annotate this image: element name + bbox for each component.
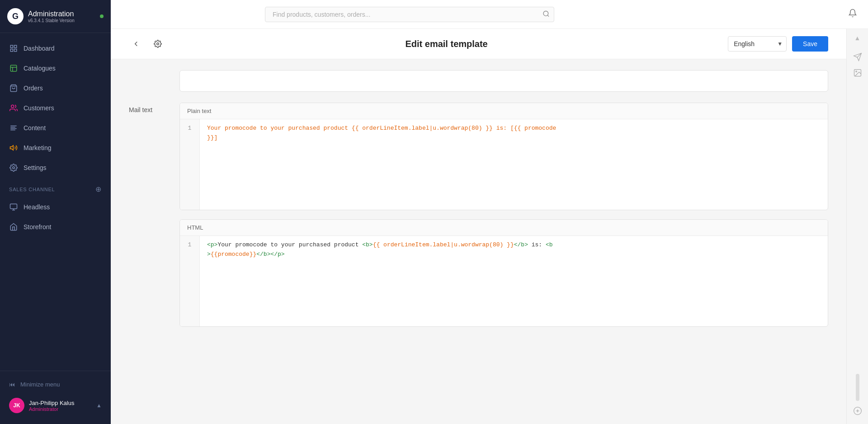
minimize-menu-button[interactable]: ⏮ Minimize menu — [0, 377, 111, 392]
sidebar-item-storefront[interactable]: Storefront — [0, 217, 111, 237]
svg-point-14 — [13, 167, 15, 169]
plain-text-editor-content: 1 Your promocode to your purchased produ… — [180, 119, 828, 210]
bottom-icon-button[interactable] — [853, 406, 862, 417]
send-icon-button[interactable] — [853, 52, 862, 63]
customers-icon — [9, 104, 18, 113]
page-settings-button[interactable] — [151, 37, 165, 51]
storefront-icon — [9, 222, 18, 231]
add-sales-channel-button[interactable]: ⊕ — [95, 185, 102, 193]
minimize-label: Minimize menu — [20, 381, 60, 388]
sidebar-item-dashboard-label: Dashboard — [24, 45, 55, 52]
content-body: Mail text Plain text 1 Your promocode to… — [111, 59, 846, 338]
svg-rect-1 — [14, 45, 17, 47]
scroll-up-button[interactable]: ▲ — [853, 33, 863, 43]
sidebar-brand: G Administration v6.3.4.1 Stable Version — [0, 0, 111, 33]
sidebar-item-marketing-label: Marketing — [24, 144, 51, 151]
search-input[interactable] — [265, 7, 554, 22]
minimize-icon: ⏮ — [9, 381, 15, 388]
sales-channel-label: Sales Channel — [9, 187, 55, 192]
save-button[interactable]: Save — [792, 36, 828, 52]
svg-rect-2 — [10, 49, 13, 52]
mail-editors: Plain text 1 Your promocode to your purc… — [179, 103, 828, 327]
svg-point-20 — [157, 43, 159, 45]
catalogues-icon — [9, 64, 18, 73]
settings-icon — [9, 163, 18, 172]
sidebar-item-orders[interactable]: Orders — [0, 78, 111, 98]
brand-name: Administration — [28, 10, 75, 18]
main-content: Edit email template English German Frenc… — [111, 0, 868, 424]
plain-text-header: Plain text — [180, 103, 828, 119]
content-icon — [9, 123, 18, 132]
headless-icon — [9, 203, 18, 212]
plain-text-line-numbers: 1 — [180, 119, 200, 210]
sidebar-item-content[interactable]: Content — [0, 118, 111, 138]
html-code-area[interactable]: <p>Your promocode to your purchased prod… — [200, 236, 828, 326]
page-title: Edit email template — [172, 39, 721, 49]
topbar — [111, 0, 868, 29]
user-info: Jan-Philipp Kalus Administrator — [29, 400, 92, 412]
sidebar-item-dashboard[interactable]: Dashboard — [0, 38, 111, 58]
line-num-1-html: 1 — [180, 240, 199, 250]
svg-point-18 — [543, 11, 548, 16]
html-line-numbers: 1 — [180, 236, 200, 326]
language-select[interactable]: English German French Spanish — [728, 37, 774, 51]
page-actions: English German French Spanish ▼ Save — [728, 36, 828, 52]
sidebar-nav: Dashboard Catalogues Orders — [0, 33, 111, 371]
svg-line-19 — [547, 15, 549, 16]
sidebar-item-headless[interactable]: Headless — [0, 197, 111, 217]
sidebar-item-catalogues-label: Catalogues — [24, 65, 56, 72]
status-dot — [100, 14, 104, 18]
svg-rect-0 — [10, 45, 13, 47]
sidebar-item-marketing[interactable]: Marketing — [0, 138, 111, 158]
user-profile[interactable]: JK Jan-Philipp Kalus Administrator ▲ — [0, 392, 111, 419]
svg-marker-13 — [10, 146, 14, 151]
sidebar-item-customers-label: Customers — [24, 104, 54, 112]
user-role: Administrator — [29, 406, 92, 412]
user-name: Jan-Philipp Kalus — [29, 400, 92, 406]
back-button[interactable] — [129, 37, 143, 51]
dashboard-icon — [9, 44, 18, 53]
brand-text: Administration v6.3.4.1 Stable Version — [28, 10, 75, 23]
svg-rect-15 — [10, 204, 17, 209]
language-selector[interactable]: English German French Spanish ▼ — [728, 36, 787, 52]
orders-icon — [9, 84, 18, 93]
svg-point-24 — [855, 71, 857, 72]
scrollbar-thumb — [856, 374, 859, 401]
sidebar-item-orders-label: Orders — [24, 85, 43, 92]
brand-version: v6.3.4.1 Stable Version — [28, 18, 75, 23]
sidebar-item-customers[interactable]: Customers — [0, 98, 111, 118]
svg-rect-3 — [14, 49, 17, 52]
sidebar-item-settings[interactable]: Settings — [0, 158, 111, 178]
topbar-right — [848, 9, 857, 20]
search-container — [265, 7, 554, 22]
sidebar-item-settings-label: Settings — [24, 164, 47, 171]
page-area: Edit email template English German Frenc… — [111, 29, 868, 424]
content-scroll: Edit email template English German Frenc… — [111, 29, 846, 424]
sidebar-item-content-label: Content — [24, 124, 46, 132]
sidebar-item-headless-label: Headless — [24, 203, 50, 211]
plain-text-editor-card: Plain text 1 Your promocode to your purc… — [179, 103, 828, 210]
svg-point-8 — [11, 105, 14, 108]
sidebar-bottom: ⏮ Minimize menu JK Jan-Philipp Kalus Adm… — [0, 371, 111, 424]
page-header: Edit email template English German Frenc… — [111, 29, 846, 59]
plain-text-code-area[interactable]: Your promocode to your purchased product… — [200, 119, 828, 210]
mail-text-section: Mail text Plain text 1 Your promocode to… — [129, 103, 828, 327]
notification-button[interactable] — [848, 9, 857, 20]
line-num-1: 1 — [180, 124, 199, 133]
sales-channel-section: Sales Channel ⊕ — [0, 178, 111, 197]
brand-icon: G — [7, 8, 24, 24]
html-header: HTML — [180, 220, 828, 236]
html-editor-content: 1 <p>Your promocode to your purchased pr… — [180, 236, 828, 326]
image-icon-button[interactable] — [853, 68, 862, 79]
sidebar-item-catalogues[interactable]: Catalogues — [0, 58, 111, 78]
template-header-section — [179, 70, 828, 92]
right-panel: ▲ — [846, 29, 868, 424]
scrollbar-area — [854, 84, 861, 401]
mail-text-label: Mail text — [129, 103, 165, 327]
marketing-icon — [9, 143, 18, 152]
language-chevron-icon: ▼ — [774, 41, 786, 47]
search-button[interactable] — [542, 10, 550, 19]
user-chevron-icon: ▲ — [96, 402, 102, 409]
avatar: JK — [9, 398, 24, 413]
html-editor-card: HTML 1 <p>Your promocode to your purchas… — [179, 219, 828, 327]
